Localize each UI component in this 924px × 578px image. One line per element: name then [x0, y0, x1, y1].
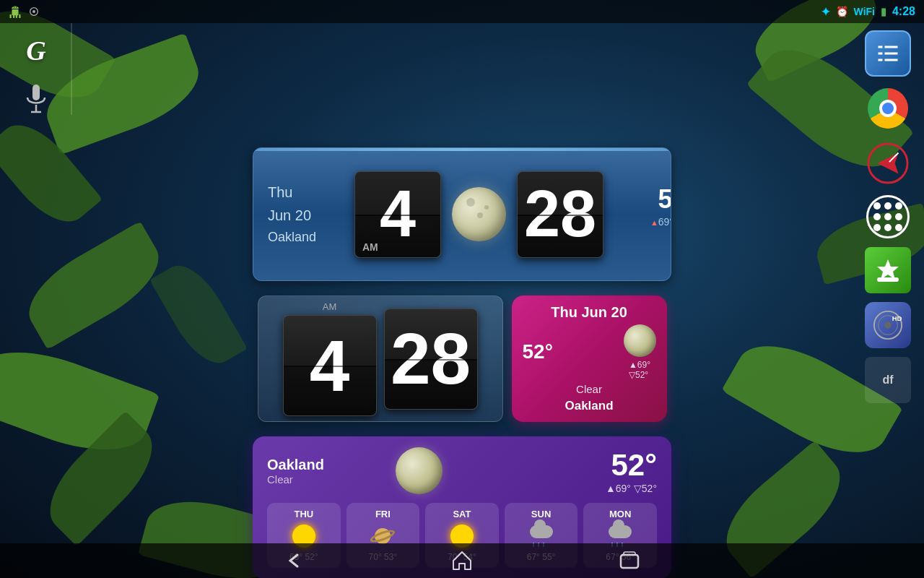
clock-date-section: Thu Jun 20 Oakland [268, 181, 354, 248]
clock-city: Oakland [268, 227, 354, 248]
weather-temp-pink: 52° [523, 340, 553, 363]
weather-main-pink: 52° ▲69° ▽52° [523, 324, 656, 380]
moon-icon-small [624, 324, 656, 357]
weather-date-pink: Thu Jun 20 [523, 304, 656, 321]
google-icon: G [26, 35, 45, 66]
weather-temp: 52° [603, 184, 671, 215]
weather-city-pink: Oakland [523, 399, 656, 413]
weather-hilo-purple: ▲69° ▽52° [455, 483, 657, 494]
svg-point-10 [884, 322, 892, 329]
clock-widget-flip[interactable]: Thu Jun 20 Oakland 4 AM 28 52 [253, 147, 671, 281]
nav-bar [0, 543, 924, 578]
weather-condition: Clear [603, 230, 671, 245]
widgets-area: Thu Jun 20 Oakland 4 AM 28 52 [72, 115, 852, 578]
recents-button[interactable] [618, 549, 641, 572]
settings-icon [875, 40, 901, 66]
weather-info-right: 52° ▲69° ▽52° Clear [603, 184, 671, 245]
weather-condition-pink: Clear [523, 383, 656, 395]
flip-minute: 28 [517, 171, 603, 258]
svg-marker-6 [877, 259, 899, 280]
bluetooth-icon: ✦ [821, 5, 830, 19]
weather-hilo-pink: ▲69° ▽52° [629, 360, 650, 380]
clock-day: Thu [268, 181, 354, 204]
microphone-button[interactable] [20, 83, 52, 115]
weather-widget-pink[interactable]: Thu Jun 20 52° ▲69° ▽52° Clear Oakland [512, 296, 667, 422]
hd-app-icon[interactable]: HD [865, 302, 911, 348]
status-bar-right: ✦ ⏰ WiFi ▮ 4:28 [821, 5, 915, 19]
flip-minute-2: 28 [384, 309, 478, 410]
plane-icon [867, 142, 909, 184]
weather-city-name: Oakland [267, 457, 383, 473]
flip-hour-2: 4 [283, 315, 377, 416]
svg-rect-13 [624, 552, 635, 555]
notification-icon [27, 5, 40, 18]
clock-month-date: Jun 20 [268, 204, 354, 227]
moon-icon-medium [396, 447, 443, 494]
star-icon [873, 256, 902, 285]
home-icon [450, 549, 474, 572]
weather-city-section: Oakland Clear [267, 457, 383, 486]
weather-moon-section [383, 447, 455, 494]
recents-icon [618, 549, 641, 572]
android-icon [9, 5, 22, 18]
dots-grid-icon [873, 202, 902, 231]
svg-point-1 [32, 10, 35, 13]
settings-app-icon[interactable] [865, 30, 911, 77]
status-bar-left [9, 5, 40, 18]
google-button[interactable]: G [18, 33, 54, 69]
status-bar: ✦ ⏰ WiFi ▮ 4:28 [0, 0, 924, 23]
weather-city-condition: Clear [267, 473, 383, 486]
clock-row-2: AM 4 28 Thu Jun 20 52° ▲69° ▽5 [258, 296, 667, 422]
am-label-2: AM [323, 301, 337, 312]
svg-rect-12 [621, 555, 638, 568]
weather-temp-section: 52° ▲69° ▽52° [455, 448, 657, 494]
star-app-icon[interactable] [865, 247, 911, 293]
status-time: 4:28 [892, 5, 915, 18]
wifi-icon: WiFi [854, 6, 875, 17]
chrome-icon [868, 88, 908, 129]
apps-icon[interactable] [866, 195, 910, 238]
home-button[interactable] [450, 549, 474, 572]
svg-text:HD: HD [892, 314, 902, 322]
am-label: AM [362, 241, 378, 253]
plane-app-icon[interactable] [865, 140, 911, 186]
flip-hour: 4 AM [354, 171, 441, 258]
back-icon [283, 549, 306, 572]
weather-top: Oakland Clear 52° ▲69° ▽52° [267, 447, 657, 494]
battery-icon: ▮ [881, 6, 886, 17]
moon-icon [452, 187, 506, 241]
df-app-icon[interactable]: df [865, 357, 911, 403]
sidebar-divider [71, 23, 72, 115]
flip-clock: 4 AM 28 [354, 171, 603, 258]
weather-temp-purple: 52° [455, 448, 657, 483]
back-button[interactable] [283, 549, 306, 572]
svg-rect-2 [32, 85, 40, 100]
hd-icon: HD [873, 310, 903, 340]
svg-rect-7 [877, 277, 899, 282]
clock-widget-2[interactable]: AM 4 28 [258, 296, 503, 422]
mic-icon [23, 83, 49, 115]
chrome-app-icon[interactable] [865, 85, 911, 131]
df-label: df [882, 374, 893, 387]
weather-hilo: ▲69° ▽52° [603, 215, 671, 230]
alarm-icon: ⏰ [836, 6, 848, 17]
right-sidebar: HD df [852, 23, 924, 543]
